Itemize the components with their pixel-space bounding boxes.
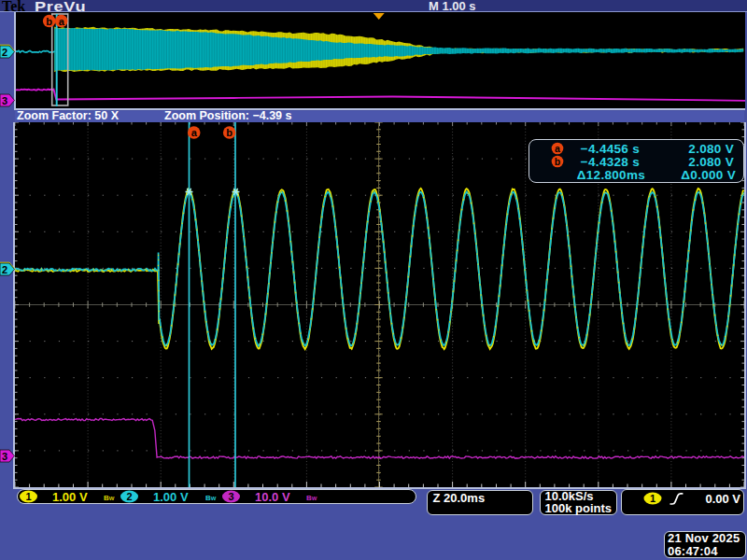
svg-text:BW: BW [205,493,217,501]
svg-text:0.00 V: 0.00 V [705,492,740,506]
svg-text:b: b [226,127,233,138]
svg-text:1.00 V: 1.00 V [153,489,189,503]
svg-text:2: 2 [2,47,7,58]
svg-text:2.080 V: 2.080 V [688,155,734,169]
svg-text:10.0 V: 10.0 V [255,489,290,503]
svg-text:3: 3 [2,451,7,462]
svg-text:−4.4328 s: −4.4328 s [581,155,640,169]
svg-text:1: 1 [25,491,31,502]
svg-text:3: 3 [228,491,233,502]
svg-text:2.080 V: 2.080 V [688,142,734,156]
svg-text:BW: BW [306,493,317,501]
svg-text:−4.4456 s: −4.4456 s [581,142,640,156]
svg-text:Δ0.000 V: Δ0.000 V [681,168,736,182]
svg-text:2: 2 [2,264,7,275]
svg-text:1.00 V: 1.00 V [52,489,88,503]
svg-text:a: a [555,143,560,154]
svg-text:3: 3 [2,95,7,106]
svg-text:b: b [555,156,560,167]
svg-text:b: b [46,16,52,27]
svg-text:1: 1 [650,493,655,504]
svg-text:a: a [58,16,64,27]
svg-text:2: 2 [126,491,132,502]
svg-text:Δ12.800ms: Δ12.800ms [577,168,645,182]
svg-text:a: a [191,127,198,138]
svg-text:BW: BW [104,493,115,501]
